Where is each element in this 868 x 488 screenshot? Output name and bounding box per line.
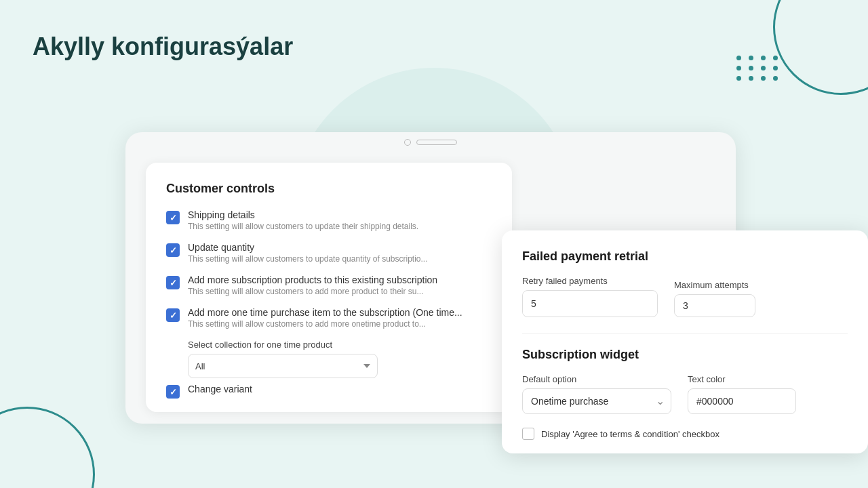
- text-color-label: Text color: [688, 374, 796, 384]
- tablet-pill: [416, 140, 457, 145]
- page-title: Akylly konfigurasýalar: [33, 33, 293, 61]
- control-item-shipping: Shipping details This setting will allow…: [166, 209, 492, 231]
- bg-circle-bottom-left: [0, 407, 95, 488]
- default-option-group: Default option Onetime purchase Subscrip…: [522, 374, 671, 414]
- quantity-label: Update quantity: [188, 242, 428, 253]
- dot: [761, 76, 766, 81]
- default-option-select-wrapper: Onetime purchase Subscription: [522, 388, 671, 414]
- retry-label: Retry failed payments: [522, 276, 658, 286]
- text-color-input-wrapper[interactable]: #000000: [688, 388, 796, 414]
- subscription-widget-title: Subscription widget: [522, 348, 848, 362]
- quantity-desc: This setting will allow customers to upd…: [188, 254, 428, 264]
- control-item-change-variant: Change variant: [166, 384, 492, 399]
- failed-payment-form-row: Retry failed payments days ▲ ▼ Maximum a…: [522, 276, 848, 317]
- max-attempts-label: Maximum attempts: [674, 280, 755, 290]
- dot: [761, 66, 766, 70]
- dot: [736, 66, 741, 70]
- select-collection-group: Select collection for one time product A…: [188, 340, 492, 378]
- onetime-desc: This setting will allow customers to add…: [188, 319, 462, 329]
- add-subscription-label: Add more subscription products to this e…: [188, 274, 437, 285]
- text-color-group: Text color #000000: [688, 374, 796, 414]
- tablet-camera: [404, 139, 411, 146]
- shipping-desc: This setting will allow customers to upd…: [188, 222, 418, 231]
- dot: [749, 76, 753, 81]
- checkbox-add-subscription[interactable]: [166, 276, 180, 289]
- text-color-value: #000000: [696, 396, 734, 407]
- control-item-quantity: Update quantity This setting will allow …: [166, 242, 492, 264]
- right-panel: Failed payment retrial Retry failed paym…: [502, 230, 868, 453]
- dots-grid: [736, 56, 780, 81]
- dot: [749, 56, 753, 60]
- customer-controls-card: Customer controls Shipping details This …: [146, 163, 512, 412]
- checkbox-quantity[interactable]: [166, 243, 180, 257]
- shipping-label: Shipping details: [188, 209, 418, 220]
- divider: [522, 333, 848, 334]
- default-option-select[interactable]: Onetime purchase Subscription: [522, 388, 671, 414]
- select-collection-dropdown[interactable]: All Collection 1 Collection 2: [188, 354, 378, 378]
- control-item-onetime: Add more one time purchase item to the s…: [166, 307, 492, 329]
- retry-input-wrapper: days ▲ ▼: [522, 290, 658, 317]
- tablet-top-bar: [125, 132, 736, 151]
- retry-input[interactable]: [523, 293, 658, 314]
- control-item-add-subscription: Add more subscription products to this e…: [166, 274, 492, 296]
- add-subscription-desc: This setting will allow customers to add…: [188, 287, 437, 296]
- change-variant-label: Change variant: [188, 384, 252, 394]
- select-collection-label: Select collection for one time product: [188, 340, 492, 350]
- dot: [736, 56, 741, 60]
- max-attempts-form-group: Maximum attempts: [674, 280, 755, 317]
- failed-payment-title: Failed payment retrial: [522, 249, 848, 264]
- dot: [773, 56, 778, 60]
- checkbox-onetime[interactable]: [166, 308, 180, 322]
- dot: [749, 66, 753, 70]
- onetime-label: Add more one time purchase item to the s…: [188, 307, 462, 318]
- customer-controls-title: Customer controls: [166, 182, 492, 196]
- max-attempts-input[interactable]: [674, 294, 755, 317]
- bg-circle-top-right: [773, 0, 868, 95]
- checkbox-change-variant[interactable]: [166, 385, 180, 399]
- dot: [761, 56, 766, 60]
- dot: [773, 66, 778, 70]
- dot: [736, 76, 741, 81]
- checkbox-shipping[interactable]: [166, 211, 180, 224]
- agree-checkbox[interactable]: [522, 428, 534, 440]
- subscription-form-row: Default option Onetime purchase Subscrip…: [522, 374, 848, 414]
- default-option-label: Default option: [522, 374, 671, 384]
- retry-form-group: Retry failed payments days ▲ ▼: [522, 276, 658, 317]
- dot: [773, 76, 778, 81]
- agree-checkbox-label: Display 'Agree to terms & condition' che…: [541, 429, 719, 439]
- agree-checkbox-row: Display 'Agree to terms & condition' che…: [522, 428, 848, 440]
